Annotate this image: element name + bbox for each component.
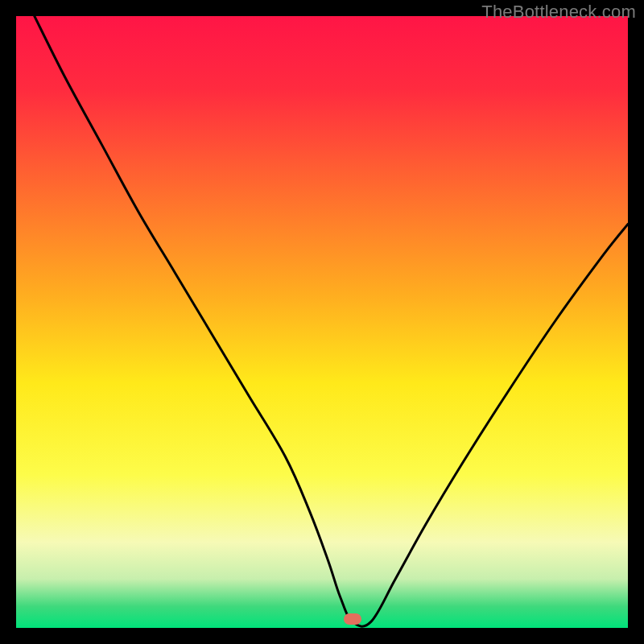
- optimal-marker: [344, 613, 361, 625]
- bottleneck-curve: [16, 16, 628, 628]
- plot-area: [16, 16, 628, 628]
- watermark: TheBottleneck.com: [481, 2, 636, 23]
